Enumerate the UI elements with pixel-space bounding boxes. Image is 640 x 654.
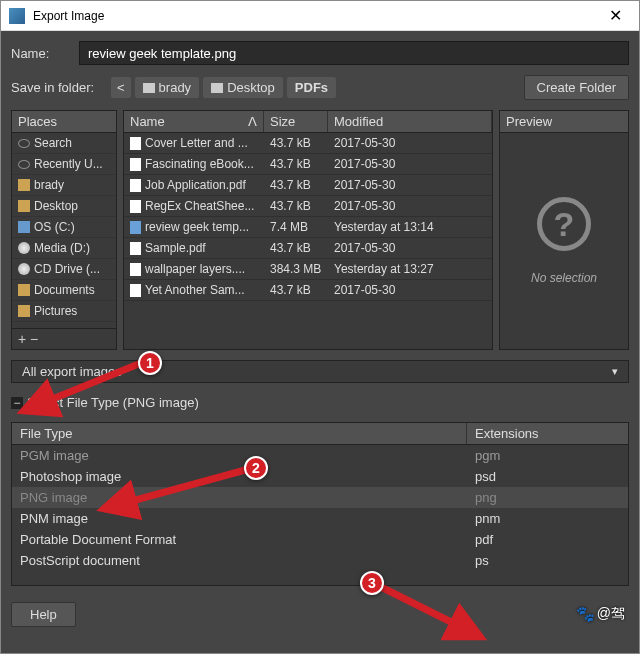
- annotation-badge-2: 2: [244, 456, 268, 480]
- app-icon: [9, 8, 25, 24]
- export-dialog: Export Image ✕ Name: Save in folder: < b…: [0, 0, 640, 654]
- watermark: 🐾@驾: [576, 605, 625, 623]
- save-in-label: Save in folder:: [11, 80, 103, 95]
- panels: Places SearchRecently U...bradyDesktopOS…: [11, 110, 629, 350]
- folder-row: Save in folder: < brady Desktop PDFs Cre…: [11, 75, 629, 100]
- name-row: Name:: [11, 41, 629, 65]
- breadcrumb-item[interactable]: PDFs: [287, 77, 336, 98]
- titlebar: Export Image ✕: [1, 1, 639, 31]
- file-type-row[interactable]: PNM imagepnm: [12, 508, 628, 529]
- file-rows: Cover Letter and ...43.7 kB2017-05-30Fas…: [124, 133, 492, 349]
- file-icon: [130, 179, 141, 192]
- preview-panel: Preview ? No selection: [499, 110, 629, 350]
- file-icon: [130, 221, 141, 234]
- close-button[interactable]: ✕: [595, 2, 635, 30]
- file-icon: [130, 158, 141, 171]
- bottom-bar: Help: [11, 596, 629, 627]
- breadcrumb-item[interactable]: Desktop: [203, 77, 283, 98]
- col-filetype: File Type: [12, 423, 467, 444]
- file-type-row[interactable]: PostScript documentps: [12, 550, 628, 571]
- places-item[interactable]: Desktop: [12, 196, 116, 217]
- folder-icon: [18, 284, 30, 296]
- annotation-badge-1: 1: [138, 351, 162, 375]
- collapse-icon: −: [11, 397, 23, 409]
- places-item[interactable]: CD Drive (...: [12, 259, 116, 280]
- col-size[interactable]: Size: [264, 111, 328, 132]
- places-footer[interactable]: + −: [12, 328, 116, 349]
- select-file-type-toggle[interactable]: − Select File Type (PNG image): [11, 393, 629, 412]
- file-row[interactable]: Yet Another Sam...43.7 kB2017-05-30: [124, 280, 492, 301]
- folder-icon: [211, 83, 223, 93]
- sort-icon: ᐱ: [248, 114, 257, 129]
- folder-icon: [18, 305, 30, 317]
- workarea: Name: Save in folder: < brady Desktop PD…: [1, 31, 639, 653]
- chevron-down-icon: ▾: [612, 365, 618, 378]
- file-type-rows: PGM imagepgmPhotoshop imagepsdPNG imagep…: [12, 445, 628, 585]
- breadcrumb-item[interactable]: brady: [135, 77, 200, 98]
- help-button[interactable]: Help: [11, 602, 76, 627]
- file-row[interactable]: Job Application.pdf43.7 kB2017-05-30: [124, 175, 492, 196]
- places-item[interactable]: brady: [12, 175, 116, 196]
- file-row[interactable]: Fascinating eBook...43.7 kB2017-05-30: [124, 154, 492, 175]
- no-selection-text: No selection: [531, 271, 597, 285]
- file-row[interactable]: Cover Letter and ...43.7 kB2017-05-30: [124, 133, 492, 154]
- create-folder-button[interactable]: Create Folder: [524, 75, 629, 100]
- folder-icon: [143, 83, 155, 93]
- file-row[interactable]: Sample.pdf43.7 kB2017-05-30: [124, 238, 492, 259]
- file-type-row[interactable]: PNG imagepng: [12, 487, 628, 508]
- places-header: Places: [12, 111, 116, 133]
- file-columns: Nameᐱ Size Modified: [124, 111, 492, 133]
- file-type-row[interactable]: PGM imagepgm: [12, 445, 628, 466]
- cd-icon: [18, 263, 30, 275]
- folder-icon: [18, 200, 30, 212]
- places-item[interactable]: Search: [12, 133, 116, 154]
- file-icon: [130, 263, 141, 276]
- places-item[interactable]: Recently U...: [12, 154, 116, 175]
- file-type-header: File Type Extensions: [12, 423, 628, 445]
- name-label: Name:: [11, 46, 71, 61]
- col-extensions: Extensions: [467, 423, 628, 444]
- places-item[interactable]: Pictures: [12, 301, 116, 322]
- file-type-row[interactable]: Photoshop imagepsd: [12, 466, 628, 487]
- cd-icon: [18, 242, 30, 254]
- places-item[interactable]: Documents: [12, 280, 116, 301]
- file-list-panel: Nameᐱ Size Modified Cover Letter and ...…: [123, 110, 493, 350]
- file-icon: [130, 284, 141, 297]
- places-item[interactable]: Media (D:): [12, 238, 116, 259]
- file-row[interactable]: wallpaper layers....384.3 MBYesterday at…: [124, 259, 492, 280]
- question-icon: ?: [537, 197, 591, 251]
- places-item[interactable]: OS (C:): [12, 217, 116, 238]
- file-icon: [130, 242, 141, 255]
- paw-icon: 🐾: [576, 605, 595, 623]
- filter-dropdown[interactable]: All export images ▾: [11, 360, 629, 383]
- preview-body: ? No selection: [500, 133, 628, 349]
- name-input[interactable]: [79, 41, 629, 65]
- window-title: Export Image: [33, 9, 595, 23]
- file-row[interactable]: review geek temp...7.4 MBYesterday at 13…: [124, 217, 492, 238]
- preview-header: Preview: [500, 111, 628, 133]
- file-type-table: File Type Extensions PGM imagepgmPhotosh…: [11, 422, 629, 586]
- filter-row: All export images ▾: [11, 360, 629, 383]
- file-icon: [130, 200, 141, 213]
- folder-icon: [18, 179, 30, 191]
- file-type-row[interactable]: Portable Document Formatpdf: [12, 529, 628, 550]
- places-panel: Places SearchRecently U...bradyDesktopOS…: [11, 110, 117, 350]
- search-icon: [18, 139, 30, 148]
- annotation-badge-3: 3: [360, 571, 384, 595]
- places-list: SearchRecently U...bradyDesktopOS (C:)Me…: [12, 133, 116, 328]
- file-icon: [130, 137, 141, 150]
- breadcrumb-back[interactable]: <: [111, 77, 131, 98]
- file-row[interactable]: RegEx CheatShee...43.7 kB2017-05-30: [124, 196, 492, 217]
- col-name[interactable]: Nameᐱ: [124, 111, 264, 132]
- breadcrumb: < brady Desktop PDFs: [111, 77, 336, 98]
- drive-icon: [18, 221, 30, 233]
- clock-icon: [18, 160, 30, 169]
- col-modified[interactable]: Modified: [328, 111, 492, 132]
